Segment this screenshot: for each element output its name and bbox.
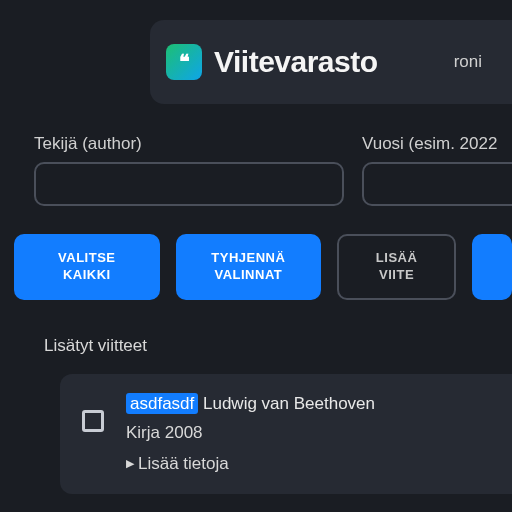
reference-checkbox[interactable] xyxy=(82,410,104,432)
reference-year: 2008 xyxy=(165,423,203,442)
reference-type: Kirja xyxy=(126,423,160,442)
reference-expand[interactable]: ▶ Lisää tietoja xyxy=(126,454,375,474)
button-row: VALITSEKAIKKI TYHJENNÄVALINNAT LISÄÄVIIT… xyxy=(14,234,512,300)
user-name[interactable]: roni xyxy=(454,52,482,72)
reference-card: asdfasdf Ludwig van Beethoven Kirja 2008… xyxy=(60,374,512,494)
author-label: Tekijä (author) xyxy=(34,134,344,154)
author-input[interactable] xyxy=(34,162,344,206)
author-field: Tekijä (author) xyxy=(34,134,344,206)
select-all-button[interactable]: VALITSEKAIKKI xyxy=(14,234,160,300)
header: ❝ Viitevarasto roni xyxy=(150,20,512,104)
edge-button[interactable] xyxy=(472,234,512,300)
section-title: Lisätyt viitteet xyxy=(44,336,512,356)
reference-title-line: asdfasdf Ludwig van Beethoven xyxy=(126,394,375,414)
app-title: Viitevarasto xyxy=(214,45,378,79)
expand-label: Lisää tietoja xyxy=(138,454,229,474)
reference-meta: Kirja 2008 xyxy=(126,423,375,443)
year-label: Vuosi (esim. 2022 xyxy=(362,134,512,154)
reference-body: asdfasdf Ludwig van Beethoven Kirja 2008… xyxy=(126,394,375,474)
chevron-right-icon: ▶ xyxy=(126,457,134,470)
year-input[interactable] xyxy=(362,162,512,206)
add-reference-button[interactable]: LISÄÄVIITE xyxy=(337,234,456,300)
year-field: Vuosi (esim. 2022 xyxy=(362,134,512,206)
clear-selection-button[interactable]: TYHJENNÄVALINNAT xyxy=(176,234,322,300)
reference-key: asdfasdf xyxy=(126,393,198,414)
reference-author: Ludwig van Beethoven xyxy=(203,394,375,413)
filter-row: Tekijä (author) Vuosi (esim. 2022 xyxy=(34,134,512,206)
brand: ❝ Viitevarasto xyxy=(166,44,378,80)
logo-icon: ❝ xyxy=(166,44,202,80)
